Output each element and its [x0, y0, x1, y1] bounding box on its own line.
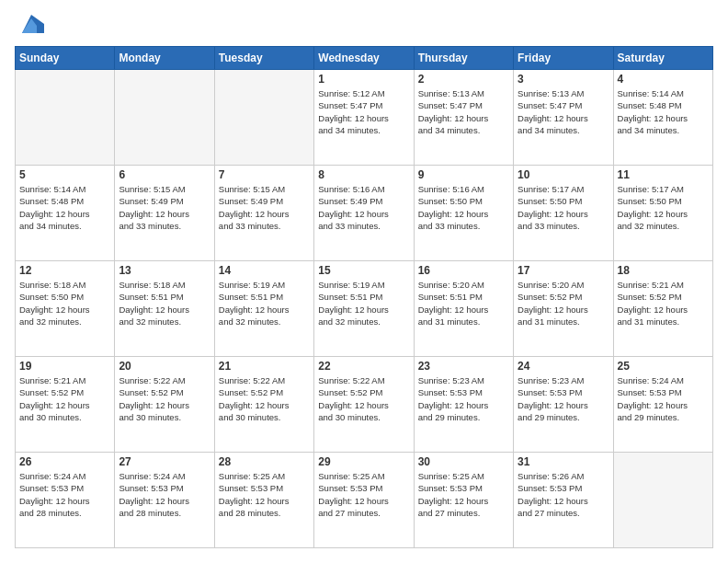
weekday-header-saturday: Saturday — [613, 47, 712, 70]
calendar-cell: 29Sunrise: 5:25 AM Sunset: 5:53 PM Dayli… — [314, 453, 414, 548]
day-number: 17 — [518, 264, 609, 277]
calendar-cell — [214, 70, 313, 166]
calendar-cell: 2Sunrise: 5:13 AM Sunset: 5:47 PM Daylig… — [414, 70, 513, 166]
weekday-header-monday: Monday — [115, 47, 214, 70]
day-info: Sunrise: 5:18 AM Sunset: 5:50 PM Dayligh… — [19, 279, 110, 327]
calendar-cell: 10Sunrise: 5:17 AM Sunset: 5:50 PM Dayli… — [514, 166, 613, 261]
weekday-header-row: SundayMondayTuesdayWednesdayThursdayFrid… — [16, 47, 713, 70]
weekday-header-thursday: Thursday — [414, 47, 513, 70]
day-info: Sunrise: 5:24 AM Sunset: 5:53 PM Dayligh… — [618, 374, 709, 423]
day-info: Sunrise: 5:21 AM Sunset: 5:52 PM Dayligh… — [19, 374, 110, 423]
day-info: Sunrise: 5:21 AM Sunset: 5:52 PM Dayligh… — [618, 279, 709, 327]
day-number: 2 — [418, 73, 509, 86]
day-number: 7 — [219, 168, 310, 181]
week-row-2: 5Sunrise: 5:14 AM Sunset: 5:48 PM Daylig… — [16, 166, 713, 261]
day-info: Sunrise: 5:26 AM Sunset: 5:53 PM Dayligh… — [518, 470, 609, 519]
day-info: Sunrise: 5:24 AM Sunset: 5:53 PM Dayligh… — [119, 470, 210, 519]
day-info: Sunrise: 5:20 AM Sunset: 5:52 PM Dayligh… — [518, 279, 609, 327]
weekday-header-sunday: Sunday — [16, 47, 115, 70]
day-info: Sunrise: 5:19 AM Sunset: 5:51 PM Dayligh… — [219, 279, 310, 327]
day-number: 16 — [418, 264, 509, 277]
day-info: Sunrise: 5:23 AM Sunset: 5:53 PM Dayligh… — [418, 374, 509, 423]
day-info: Sunrise: 5:25 AM Sunset: 5:53 PM Dayligh… — [418, 470, 509, 519]
calendar-cell: 19Sunrise: 5:21 AM Sunset: 5:52 PM Dayli… — [16, 357, 115, 453]
calendar-cell: 24Sunrise: 5:23 AM Sunset: 5:53 PM Dayli… — [514, 357, 613, 453]
calendar-cell: 5Sunrise: 5:14 AM Sunset: 5:48 PM Daylig… — [16, 166, 115, 261]
calendar-table: SundayMondayTuesdayWednesdayThursdayFrid… — [15, 46, 713, 548]
calendar-cell: 22Sunrise: 5:22 AM Sunset: 5:52 PM Dayli… — [314, 357, 414, 453]
logo-icon — [18, 11, 44, 37]
calendar-cell — [115, 70, 214, 166]
calendar-cell: 14Sunrise: 5:19 AM Sunset: 5:51 PM Dayli… — [214, 261, 313, 357]
day-number: 15 — [318, 264, 409, 277]
page: SundayMondayTuesdayWednesdayThursdayFrid… — [0, 0, 728, 563]
day-info: Sunrise: 5:15 AM Sunset: 5:49 PM Dayligh… — [219, 183, 310, 232]
day-number: 21 — [219, 360, 310, 373]
header — [15, 15, 713, 37]
day-number: 29 — [318, 455, 409, 468]
calendar-cell: 17Sunrise: 5:20 AM Sunset: 5:52 PM Dayli… — [514, 261, 613, 357]
day-number: 6 — [119, 168, 210, 181]
calendar-cell: 20Sunrise: 5:22 AM Sunset: 5:52 PM Dayli… — [115, 357, 214, 453]
weekday-header-tuesday: Tuesday — [214, 47, 313, 70]
day-number: 13 — [119, 264, 210, 277]
day-number: 8 — [318, 168, 409, 181]
week-row-1: 1Sunrise: 5:12 AM Sunset: 5:47 PM Daylig… — [16, 70, 713, 166]
calendar-cell: 25Sunrise: 5:24 AM Sunset: 5:53 PM Dayli… — [613, 357, 712, 453]
day-number: 19 — [19, 360, 110, 373]
day-number: 12 — [19, 264, 110, 277]
day-number: 20 — [119, 360, 210, 373]
day-info: Sunrise: 5:18 AM Sunset: 5:51 PM Dayligh… — [119, 279, 210, 327]
calendar-cell: 12Sunrise: 5:18 AM Sunset: 5:50 PM Dayli… — [16, 261, 115, 357]
day-number: 1 — [318, 73, 409, 86]
calendar-cell: 27Sunrise: 5:24 AM Sunset: 5:53 PM Dayli… — [115, 453, 214, 548]
calendar-cell — [16, 70, 115, 166]
day-number: 22 — [318, 360, 409, 373]
day-info: Sunrise: 5:13 AM Sunset: 5:47 PM Dayligh… — [518, 87, 609, 136]
calendar-cell: 13Sunrise: 5:18 AM Sunset: 5:51 PM Dayli… — [115, 261, 214, 357]
day-info: Sunrise: 5:19 AM Sunset: 5:51 PM Dayligh… — [318, 279, 409, 327]
day-info: Sunrise: 5:12 AM Sunset: 5:47 PM Dayligh… — [318, 87, 409, 136]
day-info: Sunrise: 5:17 AM Sunset: 5:50 PM Dayligh… — [518, 183, 609, 232]
calendar-cell: 28Sunrise: 5:25 AM Sunset: 5:53 PM Dayli… — [214, 453, 313, 548]
calendar-cell: 26Sunrise: 5:24 AM Sunset: 5:53 PM Dayli… — [16, 453, 115, 548]
day-info: Sunrise: 5:24 AM Sunset: 5:53 PM Dayligh… — [19, 470, 110, 519]
day-info: Sunrise: 5:22 AM Sunset: 5:52 PM Dayligh… — [318, 374, 409, 423]
calendar-cell: 11Sunrise: 5:17 AM Sunset: 5:50 PM Dayli… — [613, 166, 712, 261]
weekday-header-wednesday: Wednesday — [314, 47, 414, 70]
calendar-cell: 9Sunrise: 5:16 AM Sunset: 5:50 PM Daylig… — [414, 166, 513, 261]
day-number: 10 — [518, 168, 609, 181]
week-row-3: 12Sunrise: 5:18 AM Sunset: 5:50 PM Dayli… — [16, 261, 713, 357]
day-info: Sunrise: 5:23 AM Sunset: 5:53 PM Dayligh… — [518, 374, 609, 423]
calendar-cell: 23Sunrise: 5:23 AM Sunset: 5:53 PM Dayli… — [414, 357, 513, 453]
day-info: Sunrise: 5:14 AM Sunset: 5:48 PM Dayligh… — [19, 183, 110, 232]
day-number: 26 — [19, 455, 110, 468]
weekday-header-friday: Friday — [514, 47, 613, 70]
calendar-cell: 6Sunrise: 5:15 AM Sunset: 5:49 PM Daylig… — [115, 166, 214, 261]
calendar-cell — [613, 453, 712, 548]
day-info: Sunrise: 5:25 AM Sunset: 5:53 PM Dayligh… — [318, 470, 409, 519]
day-number: 31 — [518, 455, 609, 468]
calendar-cell: 18Sunrise: 5:21 AM Sunset: 5:52 PM Dayli… — [613, 261, 712, 357]
day-number: 23 — [418, 360, 509, 373]
calendar-cell: 15Sunrise: 5:19 AM Sunset: 5:51 PM Dayli… — [314, 261, 414, 357]
day-number: 14 — [219, 264, 310, 277]
day-number: 18 — [618, 264, 709, 277]
day-number: 30 — [418, 455, 509, 468]
logo — [15, 15, 44, 37]
calendar-cell: 4Sunrise: 5:14 AM Sunset: 5:48 PM Daylig… — [613, 70, 712, 166]
day-number: 3 — [518, 73, 609, 86]
calendar-cell: 7Sunrise: 5:15 AM Sunset: 5:49 PM Daylig… — [214, 166, 313, 261]
week-row-4: 19Sunrise: 5:21 AM Sunset: 5:52 PM Dayli… — [16, 357, 713, 453]
day-info: Sunrise: 5:17 AM Sunset: 5:50 PM Dayligh… — [618, 183, 709, 232]
day-info: Sunrise: 5:20 AM Sunset: 5:51 PM Dayligh… — [418, 279, 509, 327]
day-number: 28 — [219, 455, 310, 468]
day-number: 11 — [618, 168, 709, 181]
day-number: 5 — [19, 168, 110, 181]
calendar-cell: 21Sunrise: 5:22 AM Sunset: 5:52 PM Dayli… — [214, 357, 313, 453]
day-info: Sunrise: 5:16 AM Sunset: 5:49 PM Dayligh… — [318, 183, 409, 232]
day-info: Sunrise: 5:16 AM Sunset: 5:50 PM Dayligh… — [418, 183, 509, 232]
day-info: Sunrise: 5:13 AM Sunset: 5:47 PM Dayligh… — [418, 87, 509, 136]
day-info: Sunrise: 5:25 AM Sunset: 5:53 PM Dayligh… — [219, 470, 310, 519]
week-row-5: 26Sunrise: 5:24 AM Sunset: 5:53 PM Dayli… — [16, 453, 713, 548]
